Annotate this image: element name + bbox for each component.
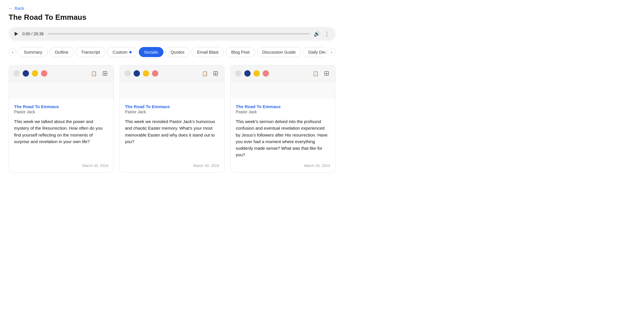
card-header: 📋 <box>120 65 225 82</box>
dot-white <box>235 70 241 77</box>
card-text: This week we revisited Pastor Jack's hum… <box>125 118 219 158</box>
card-header-actions: 📋 <box>90 69 109 77</box>
card-date: March 30, 2024 <box>236 163 330 168</box>
card-body: The Road To Emmaus Pastor Jack This week… <box>231 99 335 172</box>
card-sermon-title: The Road To Emmaus <box>14 104 108 109</box>
card-date: March 30, 2024 <box>125 163 219 168</box>
back-arrow-icon: ← <box>9 6 13 11</box>
card-header: 📋 <box>9 65 114 82</box>
dot-yellow <box>32 70 38 77</box>
tab-daily-devotionals[interactable]: Daily Devotionals <box>303 47 326 57</box>
dot-yellow <box>253 70 260 77</box>
card-date: March 30, 2024 <box>14 163 108 168</box>
dot-white <box>13 70 20 77</box>
download-icon[interactable] <box>323 69 331 77</box>
clipboard-icon[interactable]: 📋 <box>90 69 98 77</box>
cards-grid: 📋 The Road To Emmaus Pastor Jack This we… <box>9 65 335 173</box>
card-image <box>120 82 225 99</box>
dot-pink <box>152 70 158 77</box>
download-icon[interactable] <box>101 69 109 77</box>
tab-socials[interactable]: Socials <box>139 47 163 57</box>
chevron-right-icon: › <box>331 50 332 54</box>
card-header: 📋 <box>231 65 335 82</box>
play-button[interactable] <box>14 32 18 36</box>
tab-custom[interactable]: Custom <box>107 47 137 57</box>
card-body: The Road To Emmaus Pastor Jack This week… <box>9 99 114 172</box>
page-title: The Road To Emmaus <box>9 13 335 22</box>
dot-yellow <box>143 70 149 77</box>
tabs-wrapper: ‹ SummaryOutlineTranscriptCustomSocialsQ… <box>9 47 335 57</box>
clipboard-icon[interactable]: 📋 <box>312 69 320 77</box>
chevron-left-icon: ‹ <box>12 50 13 54</box>
card-sermon-title: The Road To Emmaus <box>125 104 219 109</box>
dot-blue <box>23 70 29 77</box>
card-pastor: Pastor Jack <box>236 110 330 114</box>
card-header-actions: 📋 <box>312 69 331 77</box>
tabs-list: SummaryOutlineTranscriptCustomSocialsQuo… <box>18 47 326 57</box>
download-icon[interactable] <box>212 69 220 77</box>
card-image <box>9 82 114 99</box>
time-display: 0:00 / 28:38 <box>22 32 44 36</box>
tab-discussion-guide[interactable]: Discussion Guide <box>257 47 301 57</box>
tab-summary[interactable]: Summary <box>18 47 48 57</box>
dot-white <box>124 70 131 77</box>
tab-transcript[interactable]: Transcript <box>76 47 106 57</box>
tab-prev-button[interactable]: ‹ <box>9 48 17 56</box>
clipboard-icon[interactable]: 📋 <box>201 69 209 77</box>
card-pastor: Pastor Jack <box>14 110 108 114</box>
social-card: 📋 The Road To Emmaus Pastor Jack This we… <box>120 65 225 173</box>
tab-email-blast[interactable]: Email Blast <box>192 47 224 57</box>
card-header-actions: 📋 <box>201 69 220 77</box>
tab-dot-indicator <box>129 51 132 53</box>
back-button[interactable]: ← Back <box>9 6 24 11</box>
card-pastor: Pastor Jack <box>125 110 219 114</box>
tab-blog-post[interactable]: Blog Post <box>226 47 255 57</box>
card-image <box>231 82 335 99</box>
audio-player: 0:00 / 28:38 🔊 ⋮ <box>9 27 335 41</box>
back-label: Back <box>15 6 24 11</box>
card-text: This week's sermon delved into the profo… <box>236 118 330 158</box>
card-sermon-title: The Road To Emmaus <box>236 104 330 109</box>
dot-blue <box>244 70 251 77</box>
tab-outline[interactable]: Outline <box>49 47 74 57</box>
dot-blue <box>134 70 140 77</box>
tab-next-button[interactable]: › <box>327 48 335 56</box>
more-options-icon[interactable]: ⋮ <box>324 30 330 37</box>
progress-bar[interactable] <box>48 33 310 34</box>
dot-pink <box>263 70 269 77</box>
card-body: The Road To Emmaus Pastor Jack This week… <box>120 99 225 172</box>
tab-quotes[interactable]: Quotes <box>165 47 190 57</box>
card-text: This week we talked about the power and … <box>14 118 108 158</box>
dot-pink <box>41 70 47 77</box>
social-card: 📋 The Road To Emmaus Pastor Jack This we… <box>9 65 114 173</box>
volume-icon[interactable]: 🔊 <box>314 31 320 37</box>
play-icon <box>15 32 18 36</box>
social-card: 📋 The Road To Emmaus Pastor Jack This we… <box>230 65 335 173</box>
